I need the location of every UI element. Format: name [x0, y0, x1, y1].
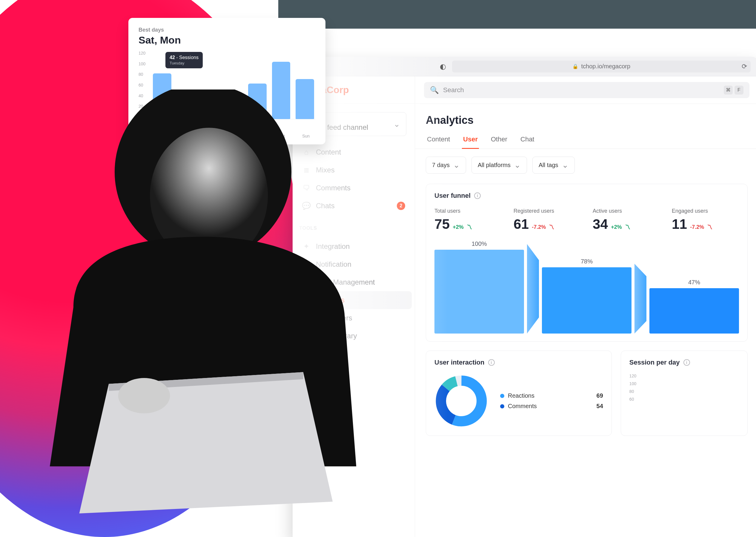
funnel-pct: 47% [688, 279, 700, 286]
tab-other[interactable]: Other [490, 133, 509, 148]
card-title: Session per day [629, 358, 680, 366]
axis-tick: 120 [139, 51, 152, 56]
card-title: User funnel [434, 192, 470, 200]
shield-icon: ◐ [440, 62, 446, 71]
chevron-down-icon: ⌄ [562, 160, 568, 170]
main-pane: 🔍 Search ⌘F Analytics ContentUserOtherCh… [415, 76, 756, 537]
funnel-connector [635, 264, 646, 334]
trend-down-icon: 〽︎ [549, 224, 554, 230]
best-days-value: Sat, Mon [139, 34, 315, 46]
filter-tags[interactable]: All tags⌄ [532, 157, 575, 174]
stat-value: 61 [513, 216, 529, 232]
best-days-caption: Best days [139, 27, 315, 33]
search-input[interactable]: 🔍 Search ⌘F [424, 82, 749, 98]
stat-trend: +2% [611, 224, 622, 230]
stat-label: Total users [434, 208, 502, 214]
funnel-block: 47% [649, 238, 739, 334]
stat-value: 34 [593, 216, 608, 232]
info-icon[interactable]: i [474, 192, 481, 199]
legend-label: Reactions [508, 392, 534, 399]
stat-label: Engaged users [672, 208, 739, 214]
legend-value: 54 [597, 403, 603, 410]
legend-value: 69 [597, 392, 603, 399]
axis-tick: 80 [629, 389, 739, 394]
svg-point-6 [118, 378, 170, 413]
axis-tick: 100 [139, 62, 152, 66]
tab-chat[interactable]: Chat [519, 133, 535, 148]
chevron-down-icon: ⌄ [393, 120, 400, 129]
funnel-connector [527, 244, 539, 334]
stat-trend: +2% [453, 224, 464, 230]
search-icon: 🔍 [430, 86, 439, 94]
axis-tick: 60 [629, 397, 739, 401]
info-icon[interactable]: i [488, 359, 495, 366]
stat-value: 75 [434, 216, 450, 232]
legend-label: Comments [508, 403, 537, 410]
axis-tick: 80 [139, 72, 152, 77]
legend-item: Comments 54 [500, 403, 603, 410]
funnel-pct: 78% [581, 258, 593, 265]
session-per-day-card: Session per day i 1201008060 [621, 351, 748, 436]
funnel-stat: Registered users 61 -7.2% 〽︎ [513, 208, 581, 232]
legend-dot [500, 404, 504, 408]
tab-content[interactable]: Content [426, 133, 451, 148]
url-text: tchop.io/megacorp [581, 63, 631, 70]
lock-icon: 🔒 [572, 63, 578, 69]
filter-range[interactable]: 7 days⌄ [426, 157, 466, 174]
chevron-down-icon: ⌄ [514, 160, 521, 170]
trend-down-icon: 〽︎ [707, 224, 712, 230]
kbd-hint: ⌘F [724, 86, 743, 95]
tab-user[interactable]: User [462, 133, 479, 148]
donut-chart [434, 374, 488, 428]
stat-label: Active users [593, 208, 660, 214]
axis-tick: 120 [629, 374, 739, 378]
page-title: Analytics [415, 104, 756, 130]
url-bar[interactable]: 🔒 tchop.io/megacorp ⟳ [452, 61, 751, 72]
chevron-down-icon: ⌄ [453, 160, 460, 170]
search-placeholder: Search [443, 86, 464, 94]
filter-platform[interactable]: All platforms⌄ [471, 157, 527, 174]
legend-dot [500, 394, 504, 398]
user-funnel-card: User funnel i Total users 75 +2% 〽︎ Regi… [426, 184, 748, 342]
axis-tick: 100 [629, 381, 739, 386]
stat-trend: -7.2% [690, 224, 704, 230]
refresh-icon[interactable]: ⟳ [742, 62, 747, 70]
stat-trend: -7.2% [532, 224, 546, 230]
legend-item: Reactions 69 [500, 392, 603, 399]
stat-label: Registered users [513, 208, 581, 214]
person-illustration [24, 90, 382, 537]
axis-tick: 60 [139, 83, 152, 87]
funnel-stat: Engaged users 11 -7.2% 〽︎ [672, 208, 739, 232]
trend-up-icon: 〽︎ [625, 224, 630, 230]
chart-tooltip: 42 - Sessions Tuesday [165, 52, 203, 68]
card-title: User interaction [434, 358, 485, 366]
funnel-stat: Active users 34 +2% 〽︎ [593, 208, 660, 232]
user-interaction-card: User interaction i Reactions 69 [426, 351, 612, 436]
browser-toolbar: ‹ › ◐ 🔒 tchop.io/megacorp ⟳ [292, 57, 756, 76]
trend-up-icon: 〽︎ [467, 224, 472, 230]
funnel-block: 100% [434, 238, 524, 334]
funnel-pct: 100% [471, 240, 487, 247]
info-icon[interactable]: i [684, 359, 690, 366]
funnel-stat: Total users 75 +2% 〽︎ [434, 208, 502, 232]
stat-value: 11 [672, 216, 687, 232]
badge: 2 [397, 202, 405, 210]
funnel-block: 78% [542, 238, 632, 334]
